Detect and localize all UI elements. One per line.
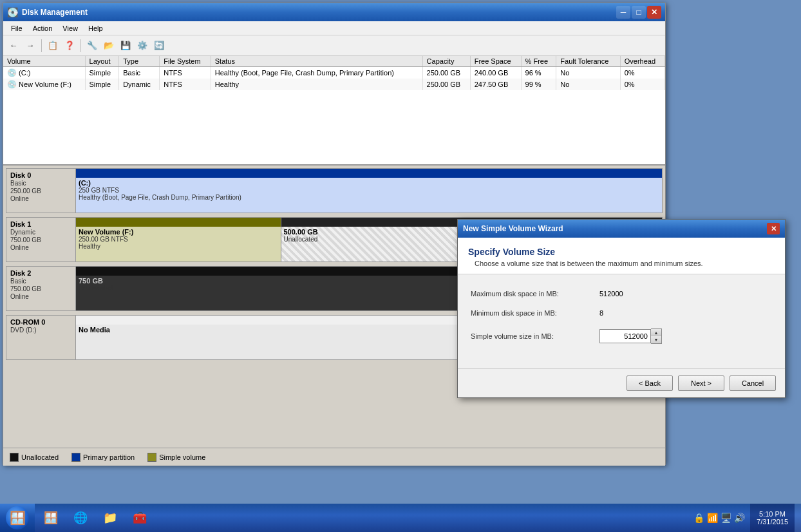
window-title-icon: 💽 bbox=[7, 7, 18, 17]
col-type: Type bbox=[119, 56, 160, 67]
disk-type: Basic bbox=[10, 180, 71, 187]
disk-id: Disk 1 bbox=[10, 220, 71, 228]
disk-id: Disk 0 bbox=[10, 171, 71, 179]
spinner-up[interactable]: ▲ bbox=[651, 329, 661, 336]
vol-type: Basic bbox=[119, 67, 160, 79]
toolbar-sep-1 bbox=[41, 39, 42, 52]
disk-type: Dynamic bbox=[10, 229, 71, 236]
minimize-button[interactable]: ─ bbox=[616, 6, 630, 19]
legend-item: Simple volume bbox=[147, 453, 205, 462]
col-status: Status bbox=[211, 56, 422, 67]
next-button[interactable]: Next > bbox=[678, 375, 724, 391]
dialog-titlebar: New Simple Volume Wizard ✕ bbox=[458, 220, 785, 238]
vol-name: 💿 (C:) bbox=[3, 67, 85, 79]
show-desktop[interactable] bbox=[795, 504, 801, 532]
taskbar-app-1[interactable]: 🌐 bbox=[66, 504, 95, 532]
toolbar-open[interactable]: 📂 bbox=[101, 38, 117, 53]
dialog-field-min: Minimum disk space in MB: 8 bbox=[471, 309, 772, 317]
toolbar-gear[interactable]: ⚙️ bbox=[135, 38, 150, 53]
table-row[interactable]: 💿 (C:) Simple Basic NTFS Healthy (Boot, … bbox=[3, 67, 665, 79]
disk-status: Online bbox=[10, 244, 71, 251]
maximize-button[interactable]: □ bbox=[632, 6, 646, 19]
taskbar-app-0[interactable]: 🪟 bbox=[36, 504, 66, 532]
vol-layout: Simple bbox=[85, 67, 119, 79]
legend-item: Unallocated bbox=[10, 453, 59, 462]
vol-pct: 96 % bbox=[521, 67, 556, 79]
vol-overhead: 0% bbox=[620, 79, 664, 90]
spinner-buttons: ▲ ▼ bbox=[651, 328, 662, 344]
dialog-min-label: Minimum disk space in MB: bbox=[471, 309, 599, 317]
cancel-button[interactable]: Cancel bbox=[730, 375, 776, 391]
toolbar-save[interactable]: 💾 bbox=[118, 38, 133, 53]
systray-wifi-icon: 📶 bbox=[707, 513, 718, 523]
legend-color-box bbox=[71, 453, 80, 462]
disk-id: CD-ROM 0 bbox=[10, 318, 71, 326]
dialog-header-sub: Choose a volume size that is between the… bbox=[475, 260, 775, 267]
legend: Unallocated Primary partition Simple vol… bbox=[3, 448, 665, 466]
partition-label: New Volume (F:) bbox=[79, 228, 281, 236]
legend-item: Primary partition bbox=[71, 453, 135, 462]
toolbar-settings[interactable]: 🔧 bbox=[84, 38, 100, 53]
dialog-header: Specify Volume Size Choose a volume size… bbox=[458, 238, 785, 274]
dialog-size-label: Simple volume size in MB: bbox=[471, 332, 599, 340]
legend-label: Simple volume bbox=[159, 453, 205, 461]
clock-time: 5:10 PM bbox=[757, 510, 788, 518]
back-button[interactable]: < Back bbox=[627, 375, 673, 391]
col-freespace: Free Space bbox=[470, 56, 521, 67]
volume-size-spinner: 512000 ▲ ▼ bbox=[599, 328, 662, 344]
partition-sublabel1: 250 GB NTFS bbox=[79, 187, 662, 194]
start-orb-icon: 🪟 bbox=[6, 506, 29, 529]
disk-partition[interactable]: New Volume (F:)250.00 GB NTFSHealthy bbox=[76, 218, 281, 261]
clock-area[interactable]: 5:10 PM 7/31/2015 bbox=[750, 504, 795, 532]
taskbar-apps: 🪟🌐📁🧰 bbox=[36, 504, 155, 532]
disk-size: 750.00 GB bbox=[10, 236, 71, 243]
vol-free: 247.50 GB bbox=[470, 79, 521, 90]
toolbar-refresh[interactable]: 🔄 bbox=[151, 38, 167, 53]
menu-file[interactable]: File bbox=[6, 23, 28, 33]
toolbar-help[interactable]: ❓ bbox=[62, 38, 77, 53]
partition-header-bar bbox=[76, 169, 662, 178]
volume-size-input[interactable]: 512000 bbox=[599, 329, 651, 343]
menubar: File Action View Help bbox=[3, 21, 665, 35]
partition-sublabel2: Healthy (Boot, Page File, Crash Dump, Pr… bbox=[79, 194, 662, 201]
legend-color-box bbox=[10, 453, 19, 462]
dialog-body: Maximum disk space in MB: 512000 Minimum… bbox=[458, 274, 785, 368]
toolbar-list[interactable]: 📋 bbox=[45, 38, 61, 53]
taskbar-app-icon: 🌐 bbox=[71, 508, 90, 527]
systray-display-icon: 🖥️ bbox=[721, 513, 731, 523]
disk-label: CD-ROM 0 DVD (D:) bbox=[6, 315, 75, 360]
vol-type: Dynamic bbox=[119, 79, 160, 90]
col-volume: Volume bbox=[3, 56, 85, 67]
disk-content: (C:)250 GB NTFSHealthy (Boot, Page File,… bbox=[75, 168, 663, 213]
taskbar-right: 🔒 📶 🖥️ 🔊 5:10 PM 7/31/2015 bbox=[688, 504, 801, 532]
disk-row: Disk 0 Basic 250.00 GB Online (C:)250 GB… bbox=[6, 168, 663, 213]
partition-label: (C:) bbox=[79, 179, 662, 187]
dialog-max-value: 512000 bbox=[599, 290, 623, 298]
disk-type: Basic bbox=[10, 278, 71, 285]
table-row[interactable]: 💿 New Volume (F:) Simple Dynamic NTFS He… bbox=[3, 79, 665, 90]
close-button[interactable]: ✕ bbox=[647, 6, 661, 19]
dialog-title: New Simple Volume Wizard bbox=[463, 224, 767, 233]
spinner-down[interactable]: ▼ bbox=[651, 336, 661, 343]
col-filesystem: File System bbox=[160, 56, 211, 67]
legend-label: Unallocated bbox=[21, 453, 59, 461]
disk-partition[interactable]: (C:)250 GB NTFSHealthy (Boot, Page File,… bbox=[76, 169, 662, 213]
col-overhead: Overhead bbox=[620, 56, 664, 67]
menu-help[interactable]: Help bbox=[83, 23, 108, 33]
dialog-close-button[interactable]: ✕ bbox=[767, 223, 780, 234]
taskbar-app-3[interactable]: 🧰 bbox=[125, 504, 155, 532]
disk-status: Online bbox=[10, 293, 71, 300]
toolbar-sep-2 bbox=[80, 39, 81, 52]
toolbar: ← → 📋 ❓ 🔧 📂 💾 ⚙️ 🔄 bbox=[3, 35, 665, 56]
taskbar: 🪟 🪟🌐📁🧰 🔒 📶 🖥️ 🔊 5:10 PM 7/31/2015 bbox=[0, 504, 801, 532]
vol-fault: No bbox=[556, 79, 620, 90]
taskbar-app-2[interactable]: 📁 bbox=[95, 504, 125, 532]
toolbar-forward[interactable]: → bbox=[23, 38, 38, 53]
taskbar-app-icon: 📁 bbox=[100, 508, 120, 527]
menu-view[interactable]: View bbox=[57, 23, 83, 33]
start-button[interactable]: 🪟 bbox=[0, 504, 35, 532]
menu-action[interactable]: Action bbox=[28, 23, 58, 33]
vol-capacity: 250.00 GB bbox=[422, 67, 470, 79]
disk-label: Disk 2 Basic 750.00 GB Online bbox=[6, 266, 75, 311]
toolbar-back[interactable]: ← bbox=[6, 38, 21, 53]
